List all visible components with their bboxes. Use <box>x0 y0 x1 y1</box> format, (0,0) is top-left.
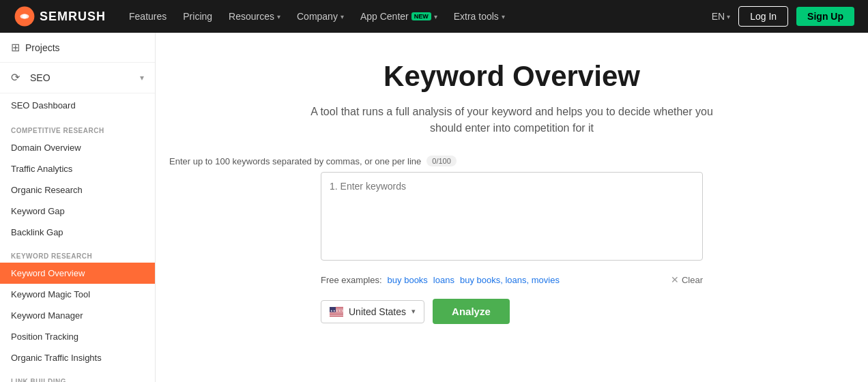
nav-features[interactable]: Features <box>122 7 173 26</box>
logo-text: SEMRUSH <box>40 10 106 24</box>
keyword-input-label: Enter up to 100 keywords separated by co… <box>169 156 551 166</box>
keyword-counter: 0/100 <box>426 156 457 166</box>
example-buy-books[interactable]: buy books <box>388 275 428 285</box>
sidebar-item-keyword-manager[interactable]: Keyword Manager <box>0 305 155 326</box>
us-flag-icon: ★★★★★★ <box>330 307 343 317</box>
projects-icon: ⊞ <box>11 41 20 54</box>
free-examples-row: Free examples: buy books loans buy books… <box>321 274 703 285</box>
example-loans[interactable]: loans <box>433 275 454 285</box>
lang-text: EN <box>712 11 725 22</box>
svg-rect-7 <box>330 313 343 314</box>
svg-rect-8 <box>330 314 343 315</box>
lang-chevron: ▾ <box>727 13 730 20</box>
sidebar-item-seo[interactable]: ⟳ SEO ▾ <box>0 63 155 93</box>
analyze-button[interactable]: Analyze <box>433 299 510 324</box>
nav-extra-tools[interactable]: Extra tools ▾ <box>447 7 512 26</box>
page-subtitle: A tool that runs a full analysis of your… <box>307 104 717 136</box>
keyword-input[interactable] <box>321 172 703 261</box>
main-content: Keyword Overview A tool that runs a full… <box>156 33 868 382</box>
svg-text:★★★★★★: ★★★★★★ <box>330 308 344 312</box>
competitive-research-label: COMPETITIVE RESEARCH <box>0 117 155 137</box>
semrush-logo[interactable]: SEMRUSH <box>14 5 106 27</box>
sidebar-item-keyword-gap[interactable]: Keyword Gap <box>0 201 155 222</box>
sidebar-item-projects[interactable]: ⊞ Projects <box>0 33 155 63</box>
sidebar-item-keyword-overview[interactable]: Keyword Overview <box>0 263 155 284</box>
country-label: United States <box>349 306 406 317</box>
sidebar-item-seo-dashboard[interactable]: SEO Dashboard <box>0 93 155 117</box>
nav-pricing[interactable]: Pricing <box>176 7 219 26</box>
resources-chevron: ▾ <box>277 13 280 20</box>
nav-resources[interactable]: Resources ▾ <box>222 7 287 26</box>
svg-point-1 <box>23 14 27 18</box>
sidebar-item-domain-overview[interactable]: Domain Overview <box>0 137 155 158</box>
app-center-chevron: ▾ <box>434 13 437 20</box>
keyword-research-label: KEYWORD RESEARCH <box>0 243 155 263</box>
nav-app-center[interactable]: App Center NEW ▾ <box>353 7 444 26</box>
link-building-label: LINK BUILDING <box>0 368 155 382</box>
sidebar-item-traffic-analytics[interactable]: Traffic Analytics <box>0 158 155 179</box>
country-chevron-icon: ▾ <box>411 307 416 316</box>
sidebar-item-organic-research[interactable]: Organic Research <box>0 179 155 201</box>
country-selector[interactable]: ★★★★★★ United States ▾ <box>321 300 424 323</box>
projects-label: Projects <box>25 42 60 53</box>
sidebar-item-keyword-magic-tool[interactable]: Keyword Magic Tool <box>0 284 155 305</box>
page-title: Keyword Overview <box>384 60 640 93</box>
keyword-textarea-wrapper <box>321 172 703 263</box>
nav-links: Features Pricing Resources ▾ Company ▾ A… <box>122 7 695 26</box>
seo-chevron-icon: ▾ <box>140 73 144 83</box>
action-row: ★★★★★★ United States ▾ Analyze <box>321 299 703 324</box>
extra-tools-chevron: ▾ <box>502 13 505 20</box>
nav-company[interactable]: Company ▾ <box>290 7 351 26</box>
app-center-badge: NEW <box>411 12 431 20</box>
top-navigation: SEMRUSH Features Pricing Resources ▾ Com… <box>0 0 868 33</box>
sidebar: ⊞ Projects ⟳ SEO ▾ SEO Dashboard COMPETI… <box>0 33 156 382</box>
sidebar-item-position-tracking[interactable]: Position Tracking <box>0 326 155 347</box>
main-layout: ⊞ Projects ⟳ SEO ▾ SEO Dashboard COMPETI… <box>0 33 868 382</box>
language-selector[interactable]: EN ▾ <box>712 11 730 22</box>
sidebar-item-organic-traffic-insights[interactable]: Organic Traffic Insights <box>0 347 155 368</box>
signup-button[interactable]: Sign Up <box>796 7 854 26</box>
free-examples-label: Free examples: <box>321 275 382 285</box>
example-buy-books-loans-movies[interactable]: buy books, loans, movies <box>460 275 560 285</box>
svg-rect-6 <box>330 312 343 312</box>
clear-button[interactable]: ✕ Clear <box>671 274 703 285</box>
clear-icon: ✕ <box>671 274 679 285</box>
seo-label: SEO <box>30 72 134 83</box>
company-chevron: ▾ <box>341 13 344 20</box>
login-button[interactable]: Log In <box>738 6 788 27</box>
seo-icon: ⟳ <box>11 71 25 85</box>
topnav-right: EN ▾ Log In Sign Up <box>712 6 854 27</box>
sidebar-item-backlink-gap[interactable]: Backlink Gap <box>0 222 155 243</box>
